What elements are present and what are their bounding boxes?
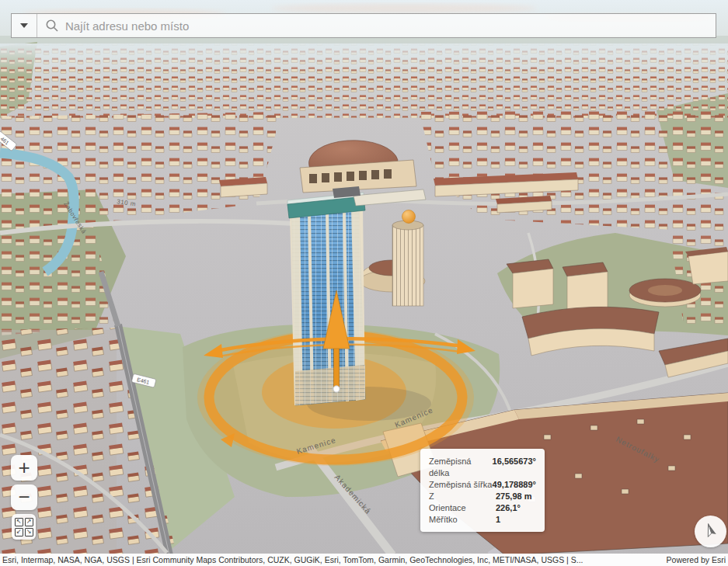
info-value: 16,565673° [493, 456, 536, 479]
powered-by-esri: Powered by Esri [667, 555, 726, 564]
info-label: Zeměpisná šířka [429, 479, 493, 491]
info-label: Měřítko [429, 514, 496, 526]
zoom-out-button[interactable]: − [11, 484, 37, 510]
info-value: 226,1° [496, 502, 536, 514]
search-input[interactable] [64, 14, 716, 37]
info-row-orientation: Orientace 226,1° [429, 502, 536, 514]
scene-viewer-window: Kamenice Kamenice Akademická Netroufalky… [0, 0, 728, 566]
info-value: 1 [496, 514, 536, 526]
search-bar [11, 13, 716, 38]
search-icon [37, 14, 64, 37]
attribution-sources: Esri, Intermap, NASA, NGA, USGS | Esri C… [2, 555, 583, 564]
compass-needle-icon [701, 522, 721, 542]
locator-dropdown-button[interactable] [12, 14, 37, 37]
anchor-point[interactable] [333, 386, 340, 392]
coordinate-info-panel: Zeměpisná délka 16,565673° Zeměpisná šíř… [420, 449, 545, 532]
info-label: Z [429, 491, 496, 502]
info-row-elevation: Z 275,98 m [429, 491, 536, 502]
zoom-in-button[interactable]: + [11, 455, 37, 481]
pan-arrows-icon: ↖↗↙↘ [15, 518, 33, 536]
height-handle-sphere[interactable] [402, 210, 416, 224]
attribution-bar: Esri, Intermap, NASA, NGA, USGS | Esri C… [0, 554, 728, 566]
info-value: 275,98 m [496, 491, 536, 502]
info-label: Orientace [429, 502, 496, 514]
info-value: 49,178889° [493, 479, 536, 491]
info-row-latitude: Zeměpisná šířka 49,178889° [429, 479, 536, 491]
info-label: Zeměpisná délka [429, 456, 493, 479]
map-3d-scene[interactable]: Kamenice Kamenice Akademická Netroufalky… [0, 0, 728, 566]
info-row-scale: Měřítko 1 [429, 514, 536, 526]
pan-mode-button[interactable]: ↖↗↙↘ [12, 514, 36, 540]
info-row-longitude: Zeměpisná délka 16,565673° [429, 456, 536, 479]
caret-down-icon [20, 23, 28, 28]
compass-button[interactable] [695, 516, 726, 547]
